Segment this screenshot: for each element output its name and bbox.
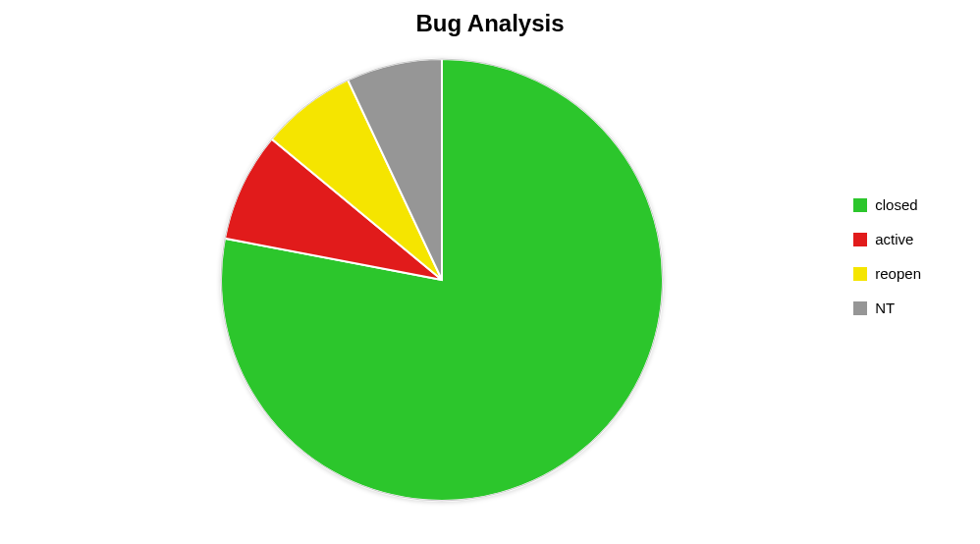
legend-swatch-nt <box>853 301 867 315</box>
legend-label-active: active <box>875 231 913 247</box>
chart-title: Bug Analysis <box>0 10 980 37</box>
legend-swatch-closed <box>853 198 867 212</box>
legend-label-closed: closed <box>875 196 917 213</box>
legend-item-reopen: reopen <box>853 265 921 282</box>
legend-item-nt: NT <box>853 299 921 316</box>
legend-item-closed: closed <box>853 196 921 213</box>
legend-swatch-reopen <box>853 267 867 281</box>
legend-item-active: active <box>853 231 921 247</box>
legend-label-reopen: reopen <box>875 265 921 282</box>
legend: closed active reopen NT <box>853 196 921 316</box>
pie-chart <box>216 54 668 506</box>
legend-label-nt: NT <box>875 299 895 316</box>
legend-swatch-active <box>853 233 867 246</box>
pie-svg <box>216 54 668 506</box>
chart-container: Bug Analysis closed active reopen NT <box>0 0 980 544</box>
